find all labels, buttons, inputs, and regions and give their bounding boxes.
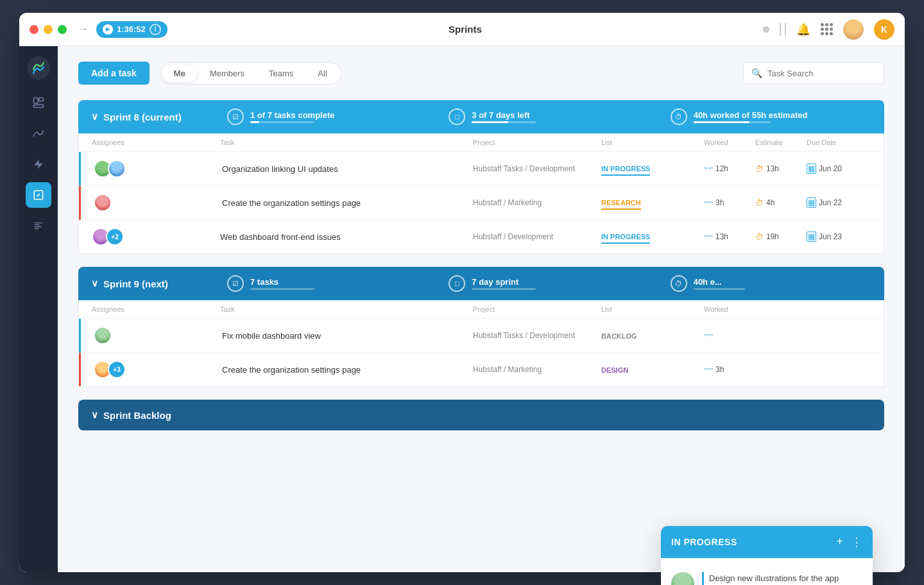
avatar-count: +3: [108, 360, 126, 378]
calendar-icon: ▦: [807, 232, 816, 242]
search-input[interactable]: [767, 69, 876, 78]
project-name: Hubstaff / Development: [473, 232, 601, 241]
wave-icon: 〰: [704, 198, 713, 208]
avatar-count: +2: [106, 228, 124, 246]
sprint-8-table-header: Assignees Task Project List Worked Estim…: [79, 133, 884, 152]
sidebar-item-list[interactable]: [26, 213, 51, 239]
filter-tab-teams[interactable]: Teams: [257, 65, 305, 82]
filter-tab-all[interactable]: All: [306, 65, 338, 82]
project-name: Hubstaff Tasks / Development: [473, 331, 601, 340]
titlebar: → 1:36:52 i Sprints 🔔 K: [19, 13, 905, 46]
user-avatar[interactable]: [843, 19, 864, 40]
close-button[interactable]: [30, 25, 38, 34]
sprint-backlog[interactable]: ∨ Sprint Backlog: [78, 400, 884, 430]
clock-icon: ⏱: [755, 164, 764, 174]
avatar-2: [108, 160, 126, 178]
filter-tab-me[interactable]: Me: [162, 65, 197, 82]
sprint-9-stat-days: □ 7 day sprint: [449, 275, 649, 292]
popup-menu-button[interactable]: ⋮: [851, 535, 862, 549]
in-progress-popup: IN PROGRESS + ⋮ Design new illustrations…: [661, 526, 873, 585]
sprint-8-chevron-icon: ∨: [91, 111, 98, 123]
estimate-cell: ⏱ 19h: [755, 232, 807, 242]
popup-title: IN PROGRESS: [671, 537, 737, 547]
sprint-8: ∨ Sprint 8 (current) ☑ 1 of 7 tasks comp…: [78, 100, 884, 254]
separator-icon: [780, 23, 781, 36]
row-assignees: [94, 326, 222, 344]
header-actions: 🔔 K: [763, 19, 894, 40]
sprint-8-stat-days: □ 3 of 7 days left: [449, 108, 649, 125]
popup-actions: + ⋮: [836, 535, 862, 549]
sprint-8-stat-tasks: ☑ 1 of 7 tasks complete: [227, 108, 428, 125]
timer-badge[interactable]: 1:36:52 i: [96, 21, 167, 38]
col-due: [807, 305, 871, 313]
sprint-8-table: Assignees Task Project List Worked Estim…: [78, 133, 884, 254]
sprint-9: ∨ Sprint 9 (next) ☑ 7 tasks □: [78, 267, 884, 387]
col-list: List: [601, 139, 704, 146]
popup-item[interactable]: Design new illustrations for the app onb…: [661, 563, 873, 585]
col-project: Project: [473, 139, 601, 146]
user-initial-badge[interactable]: K: [874, 19, 894, 40]
worked-cell: 〰 3h: [704, 364, 755, 375]
row-assignees: [94, 194, 222, 212]
worked-cell: 〰 13h: [704, 232, 755, 242]
filter-tab-members[interactable]: Members: [198, 65, 256, 82]
notification-bell-icon[interactable]: 🔔: [796, 22, 810, 37]
top-bar: Add a task Me Members Teams All 🔍: [78, 62, 884, 85]
popup-header: IN PROGRESS + ⋮: [661, 526, 873, 558]
sprint-9-check-icon: ☑: [227, 275, 244, 292]
popup-avatar-1: [671, 572, 694, 585]
table-row[interactable]: +3 Create the organization settings page…: [79, 353, 884, 386]
col-task: Task: [220, 305, 473, 313]
col-worked: Worked: [704, 305, 755, 313]
status-dot: [763, 26, 769, 33]
status-badge: IN PROGRESS: [601, 163, 650, 176]
task-name: Organization linking UI updates: [222, 164, 473, 174]
search-icon: 🔍: [751, 68, 762, 78]
timer-display: 1:36:52: [117, 24, 146, 34]
col-worked: Worked: [704, 139, 755, 146]
nav-forward-icon[interactable]: →: [77, 22, 89, 36]
sidebar-item-tasks[interactable]: [26, 182, 51, 208]
sidebar-item-files[interactable]: [26, 90, 51, 115]
sidebar-item-lightning[interactable]: [26, 151, 51, 177]
search-box: 🔍: [743, 62, 884, 84]
add-task-button[interactable]: Add a task: [78, 62, 150, 85]
sprint-8-stat-hours: ⏱ 40h worked of 55h estimated: [671, 108, 871, 125]
task-name: Web dashboard front-end issues: [220, 232, 473, 242]
sprint-9-title[interactable]: ∨ Sprint 9 (next): [91, 278, 207, 289]
col-assignees: Assignees: [92, 305, 220, 313]
sprint-8-clock-icon: ⏱: [671, 108, 687, 125]
sprint-8-title[interactable]: ∨ Sprint 8 (current): [91, 111, 207, 123]
sprint-9-calendar-icon: □: [449, 275, 465, 292]
sprint-9-header: ∨ Sprint 9 (next) ☑ 7 tasks □: [78, 267, 884, 300]
table-row[interactable]: Fix mobile dashboard view Hubstaff Tasks…: [79, 319, 884, 353]
table-row[interactable]: +2 Web dashboard front-end issues Hubsta…: [79, 220, 884, 253]
calendar-icon: ▦: [807, 164, 816, 174]
sprint-9-table-header: Assignees Task Project List Worked: [79, 300, 884, 319]
wave-icon: 〰: [704, 164, 713, 174]
avatar-5: [94, 326, 112, 344]
table-row[interactable]: Organization linking UI updates Hubstaff…: [79, 152, 884, 186]
calendar-icon: ▦: [807, 198, 816, 208]
col-task: Task: [220, 139, 473, 146]
task-name: Fix mobile dashboard view: [222, 331, 473, 341]
sprint-9-clock-icon: ⏱: [671, 275, 687, 292]
sidebar-item-curve[interactable]: [26, 121, 51, 146]
separator2-icon: [785, 23, 786, 36]
project-name: Hubstaff Tasks / Development: [473, 164, 601, 173]
project-name: Hubstaff / Marketing: [473, 198, 601, 207]
minimize-button[interactable]: [44, 25, 53, 34]
app-logo[interactable]: [27, 56, 50, 80]
popup-add-button[interactable]: +: [836, 535, 843, 549]
worked-cell: 〰 3h: [704, 198, 755, 208]
grid-menu-icon[interactable]: [821, 23, 833, 35]
maximize-button[interactable]: [58, 25, 67, 34]
task-name: Create the organization settings page: [222, 198, 473, 208]
col-estimate: [755, 305, 807, 313]
row-assignees: +2: [92, 228, 220, 246]
sprint-backlog-chevron-icon: ∨: [91, 409, 98, 421]
estimate-cell: ⏱ 13h: [755, 164, 807, 174]
table-row[interactable]: Create the organization settings page Hu…: [79, 186, 884, 220]
timer-info-icon[interactable]: i: [150, 24, 161, 35]
svg-point-0: [27, 56, 50, 80]
